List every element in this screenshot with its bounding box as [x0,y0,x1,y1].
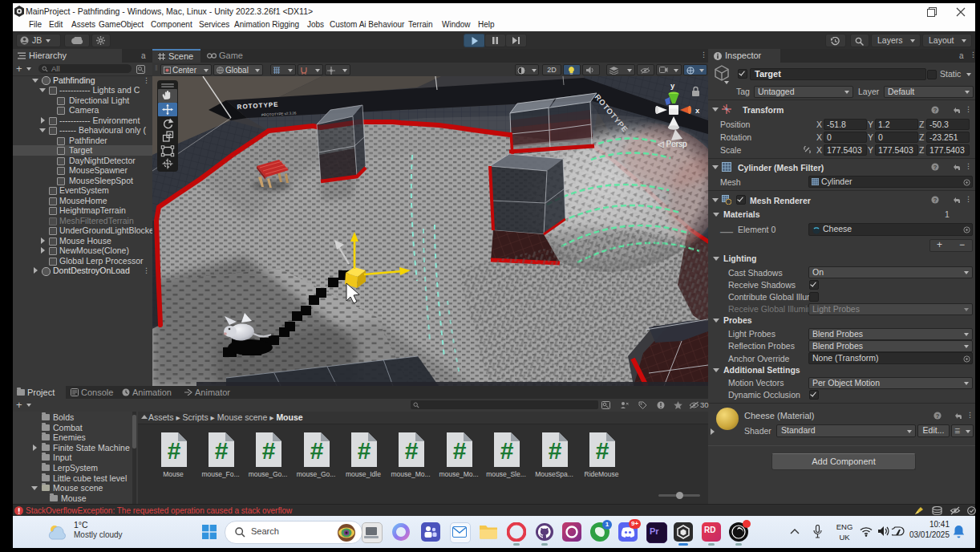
svg-text:#: # [358,437,371,464]
svg-text:#: # [310,437,324,464]
svg-text:?: ? [936,412,940,420]
svg-text:#: # [453,437,467,464]
svg-text:#: # [262,437,276,464]
svg-text:?: ? [933,107,937,114]
svg-text:y: y [670,81,675,90]
svg-text:?: ? [933,164,937,171]
svg-text:#: # [405,437,419,464]
svg-text:#: # [215,437,229,464]
svg-text:#: # [549,437,562,464]
svg-text:x: x [695,106,700,115]
svg-text:◁ Persp: ◁ Persp [658,140,687,148]
svg-text:#: # [500,437,514,464]
svg-text:#: # [168,437,181,464]
svg-text:#: # [596,437,609,464]
svg-text:?: ? [933,197,937,204]
